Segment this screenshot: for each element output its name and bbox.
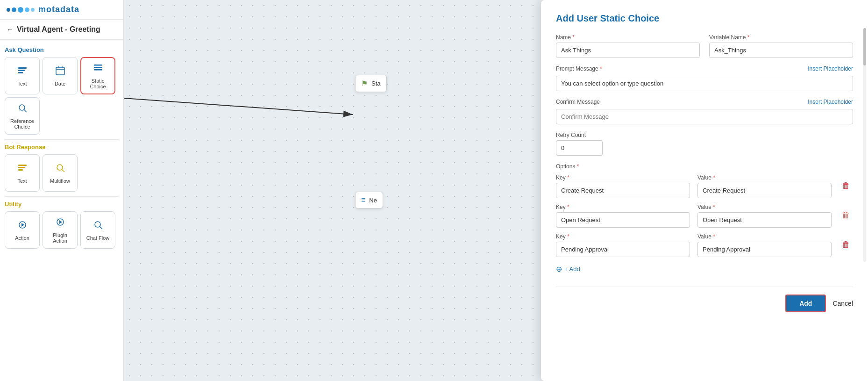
option-value-label-2: Value * — [697, 204, 832, 210]
logo-bar: motadata — [0, 0, 123, 20]
prompt-message-input[interactable] — [556, 76, 853, 91]
multiflow-label: Multiflow — [50, 178, 70, 184]
option-row-3: Key * Value * 🗑 — [556, 233, 853, 257]
canvas-node-start[interactable]: ⚑ Sta — [355, 75, 387, 92]
option-1-value-input[interactable] — [697, 183, 832, 198]
name-label: Name * — [556, 34, 700, 41]
reference-choice-icon — [17, 103, 28, 115]
prompt-message-label: Prompt Message * — [556, 65, 602, 72]
chat-flow-label: Chat Flow — [86, 235, 110, 241]
modal-title: Add User Static Choice — [556, 13, 853, 24]
variable-name-group: Variable Name * — [709, 34, 853, 58]
logo-text: motadata — [38, 5, 79, 14]
add-button[interactable]: Add — [785, 295, 826, 312]
tool-text-bot[interactable]: Text — [5, 154, 40, 192]
option-value-label-3: Value * — [697, 233, 832, 240]
option-1-delete-button[interactable]: 🗑 — [839, 178, 853, 194]
option-2-value-input[interactable] — [697, 212, 832, 228]
options-label: Options * — [556, 163, 853, 170]
bot-response-section-title: Bot Response — [5, 144, 119, 151]
tool-text-ask[interactable]: Text — [5, 57, 40, 94]
tool-static-choice[interactable]: Static Choice — [80, 57, 115, 94]
logo-dot-4 — [25, 7, 29, 12]
prompt-message-group: Prompt Message * Insert Placeholder — [556, 65, 853, 91]
reference-choice-label: Reference Choice — [8, 118, 36, 129]
name-input[interactable] — [556, 43, 700, 58]
option-1-key-col: Key * — [556, 174, 690, 198]
retry-count-label: Retry Count — [556, 132, 853, 138]
option-2-key-input[interactable] — [556, 212, 690, 228]
utility-section-title: Utility — [5, 201, 119, 208]
canvas-node-next-label: Ne — [369, 197, 377, 204]
option-key-label-2: Key * — [556, 204, 690, 210]
text-bot-label: Text — [17, 178, 27, 184]
canvas-node-next[interactable]: ≡ Ne — [355, 192, 383, 208]
prompt-required: * — [600, 65, 602, 72]
logo-dot-5 — [31, 8, 35, 12]
option-1-value-col: Value * — [697, 174, 832, 198]
name-required: * — [572, 34, 575, 41]
tool-plugin-action[interactable]: Plugin Action — [43, 211, 78, 249]
scrollbar-thumb[interactable] — [863, 28, 866, 65]
svg-point-19 — [95, 222, 100, 227]
tool-date[interactable]: Date — [43, 57, 78, 94]
option-row-2: Key * Value * 🗑 — [556, 204, 853, 228]
option-2-value-col: Value * — [697, 204, 832, 228]
plugin-action-icon — [55, 217, 65, 230]
text-ask-icon — [17, 65, 28, 78]
option-2-key-col: Key * — [556, 204, 690, 228]
svg-rect-2 — [18, 72, 23, 73]
insert-placeholder-prompt[interactable]: Insert Placeholder — [808, 65, 853, 72]
back-arrow-icon[interactable]: ← — [7, 26, 13, 33]
date-icon — [55, 65, 65, 78]
option-key-label-1: Key * — [556, 174, 690, 181]
tool-multiflow[interactable]: Multiflow — [43, 154, 78, 192]
option-row-1: Key * Value * 🗑 — [556, 174, 853, 198]
tool-action[interactable]: Action — [5, 211, 40, 249]
svg-line-22 — [124, 98, 353, 115]
option-3-key-col: Key * — [556, 233, 690, 257]
tool-reference-choice[interactable]: Reference Choice — [5, 97, 40, 135]
date-label: Date — [55, 81, 65, 86]
option-2-delete-button[interactable]: 🗑 — [839, 208, 853, 223]
add-option-icon: ⊕ — [556, 265, 562, 273]
option-3-key-input[interactable] — [556, 242, 690, 257]
option-value-label-1: Value * — [697, 174, 832, 181]
utility-items: Action Plugin Action Chat Flow — [5, 211, 119, 249]
name-variable-row: Name * Variable Name * — [556, 34, 853, 58]
text-bot-icon — [17, 163, 28, 175]
svg-point-10 — [19, 105, 25, 110]
logo-dot-3 — [18, 7, 23, 13]
divider-1 — [5, 139, 119, 140]
option-3-delete-button[interactable]: 🗑 — [839, 237, 853, 252]
variable-name-label: Variable Name * — [709, 34, 853, 41]
cancel-button[interactable]: Cancel — [832, 300, 853, 307]
confirm-message-group: Confirm Message Insert Placeholder — [556, 99, 853, 124]
ask-question-section-title: Ask Question — [5, 46, 119, 53]
confirm-message-input[interactable] — [556, 109, 853, 124]
svg-line-20 — [100, 226, 102, 229]
tool-chat-flow[interactable]: Chat Flow — [80, 211, 115, 249]
action-icon — [17, 220, 28, 232]
insert-placeholder-confirm[interactable]: Insert Placeholder — [808, 99, 853, 105]
option-3-value-col: Value * — [697, 233, 832, 257]
variable-name-input[interactable] — [709, 43, 853, 58]
options-required: * — [577, 163, 579, 170]
modal-footer: Add Cancel — [556, 287, 853, 312]
svg-point-15 — [57, 165, 63, 170]
list-icon: ≡ — [361, 196, 365, 204]
option-1-key-input[interactable] — [556, 183, 690, 198]
variable-required: * — [747, 34, 750, 41]
option-3-value-input[interactable] — [697, 242, 832, 257]
panel-body: Ask Question Text Date Static Choice — [0, 40, 123, 381]
divider-2 — [5, 196, 119, 197]
scrollbar-track[interactable] — [863, 28, 866, 262]
static-choice-label: Static Choice — [84, 78, 112, 89]
option-key-label-3: Key * — [556, 233, 690, 240]
add-option-button[interactable]: ⊕ + Add — [556, 263, 580, 275]
retry-count-input[interactable] — [556, 140, 603, 156]
svg-rect-0 — [18, 67, 27, 69]
svg-rect-14 — [18, 169, 23, 171]
svg-rect-12 — [18, 165, 27, 166]
confirm-message-label: Confirm Message — [556, 99, 600, 105]
